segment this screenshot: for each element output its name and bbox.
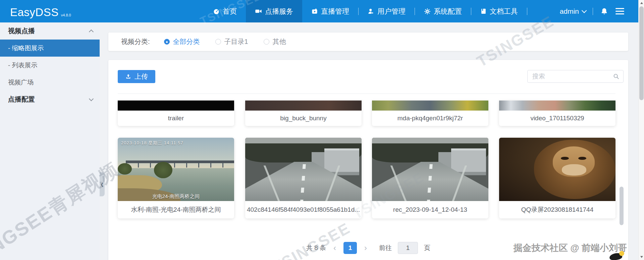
pagination-prev-arrow[interactable]: ‹ bbox=[332, 244, 337, 252]
radio-all-categories[interactable]: 全部分类 bbox=[164, 37, 200, 46]
nav-item-live[interactable]: 直播管理 bbox=[302, 0, 358, 22]
video-title: rec_2023-09-14_12-04-13 bbox=[372, 201, 488, 218]
video-thumbnail bbox=[499, 138, 615, 201]
search-box bbox=[527, 70, 624, 83]
video-thumbnail bbox=[245, 138, 362, 201]
sidebar-item-label: - 列表展示 bbox=[8, 61, 38, 70]
app-name: EasyDSS bbox=[10, 7, 59, 18]
app-window: EasyDSS v4.8.0 首页 点播服务 直播管理 bbox=[0, 0, 638, 260]
video-title: 水利-南照-光电24-南照两桥之间 bbox=[118, 201, 234, 218]
sidebar-group-vod-config[interactable]: 点播配置 bbox=[0, 91, 100, 108]
video-card-river-bridge[interactable]: 2023-10-18 星期三 14:11:57 光电24-南照两桥之间 水利-南… bbox=[118, 138, 234, 218]
nav-item-home[interactable]: 首页 bbox=[204, 0, 246, 22]
nav-item-vod[interactable]: 点播服务 bbox=[246, 0, 302, 22]
chevron-down-icon bbox=[89, 96, 94, 101]
user-icon bbox=[368, 8, 374, 15]
video-card-street-1[interactable]: 402c84146f584f4093e01f8055a61b1d... bbox=[245, 138, 362, 218]
pagination-next-arrow[interactable]: › bbox=[363, 244, 368, 252]
sidebar-item-label: - 缩略图展示 bbox=[8, 44, 44, 53]
video-list-panel: 上传 trailer big_buck_bunny mda-pkq4gen0 bbox=[108, 60, 628, 260]
chevron-down-icon bbox=[582, 8, 587, 13]
video-card-qq-record[interactable]: QQ录屏20230818141744 bbox=[499, 138, 615, 218]
nav-label: 用户管理 bbox=[377, 7, 406, 16]
radio-selected-icon bbox=[164, 39, 170, 45]
video-title: big_buck_bunny bbox=[245, 111, 362, 126]
nav-label: 点播服务 bbox=[265, 7, 293, 16]
sidebar-group-vod[interactable]: 视频点播 bbox=[0, 22, 100, 40]
upload-icon bbox=[125, 73, 131, 80]
app-version: v4.8.0 bbox=[61, 13, 71, 17]
gear-icon bbox=[424, 8, 431, 15]
search-icon[interactable] bbox=[612, 73, 620, 80]
video-title: 402c84146f584f4093e01f8055a61b1d... bbox=[245, 201, 362, 218]
sidebar-item-video-square[interactable]: 视频广场 bbox=[0, 74, 100, 91]
category-filter-bar: 视频分类: 全部分类 子目录1 其他 bbox=[108, 32, 628, 51]
username: admin bbox=[560, 7, 579, 15]
vod-camera-icon bbox=[255, 8, 262, 15]
video-title: mda-pkq4gen01r9kj72r bbox=[372, 111, 488, 126]
sidebar: 视频点播 - 缩略图展示 - 列表展示 视频广场 点播配置 bbox=[0, 22, 100, 260]
nav-right-cluster: admin bbox=[560, 0, 624, 22]
divider bbox=[118, 93, 615, 94]
nav-label: 文档工具 bbox=[490, 7, 518, 16]
app-logo[interactable]: EasyDSS v4.8.0 bbox=[10, 0, 71, 22]
hamburger-menu-icon[interactable] bbox=[615, 8, 624, 14]
thumbnail-camera-overlay: 光电24-南照两桥之间 bbox=[118, 193, 234, 200]
video-title: trailer bbox=[118, 111, 234, 126]
pagination-goto-label: 前往 bbox=[379, 244, 392, 252]
sidebar-item-label: 视频广场 bbox=[8, 78, 34, 87]
video-title: QQ录屏20230818141744 bbox=[499, 201, 615, 218]
inner-scrollbar-thumb[interactable] bbox=[620, 187, 624, 225]
nav-separator bbox=[527, 8, 527, 15]
sidebar-group-label: 视频点播 bbox=[8, 26, 35, 36]
pagination-page-unit: 页 bbox=[424, 244, 430, 252]
chevron-up-icon bbox=[89, 29, 94, 34]
video-card-street-2[interactable]: rec_2023-09-14_12-04-13 bbox=[372, 138, 488, 218]
scrollbar-down-button[interactable] bbox=[639, 254, 644, 260]
video-thumbnail bbox=[118, 101, 234, 111]
top-navbar: EasyDSS v4.8.0 首页 点播服务 直播管理 bbox=[0, 0, 638, 22]
nav-item-users[interactable]: 用户管理 bbox=[359, 0, 415, 22]
sidebar-collapse-handle[interactable]: ❮ bbox=[100, 172, 105, 196]
video-thumbnail bbox=[245, 101, 362, 111]
filter-label: 视频分类: bbox=[121, 37, 150, 46]
nav-label: 系统配置 bbox=[434, 7, 462, 16]
nav-separator bbox=[593, 8, 593, 15]
scrollbar-thumb[interactable] bbox=[639, 6, 644, 100]
radio-other[interactable]: 其他 bbox=[264, 37, 286, 46]
nav-label: 首页 bbox=[223, 7, 237, 16]
pagination-goto-input[interactable] bbox=[398, 242, 418, 254]
thumbnail-timestamp-overlay: 2023-10-18 星期三 14:11:57 bbox=[121, 140, 183, 146]
main-nav: 首页 点播服务 直播管理 用户管理 bbox=[204, 0, 527, 22]
radio-subdir1[interactable]: 子目录1 bbox=[215, 37, 248, 46]
video-card-big-buck-bunny[interactable]: big_buck_bunny bbox=[245, 101, 362, 126]
video-title: video_1701150329 bbox=[499, 111, 615, 126]
sidebar-item-thumbnail-view[interactable]: - 缩略图展示 bbox=[0, 40, 100, 57]
browser-scrollbar[interactable] bbox=[638, 0, 644, 260]
video-card-mda[interactable]: mda-pkq4gen01r9kj72r bbox=[372, 101, 488, 126]
nav-item-system[interactable]: 系统配置 bbox=[415, 0, 471, 22]
main-content: 视频分类: 全部分类 子目录1 其他 上传 bbox=[100, 22, 638, 260]
sidebar-item-list-view[interactable]: - 列表展示 bbox=[0, 57, 100, 74]
pagination-total: 共 8 条 bbox=[306, 244, 326, 252]
video-card-video-1701150329[interactable]: video_1701150329 bbox=[499, 101, 615, 126]
pagination: 共 8 条 ‹ 1 › 前往 页 bbox=[108, 242, 628, 254]
video-thumbnail bbox=[372, 101, 488, 111]
video-thumbnail: 2023-10-18 星期三 14:11:57 光电24-南照两桥之间 bbox=[118, 138, 234, 201]
nav-item-docs[interactable]: 文档工具 bbox=[471, 0, 527, 22]
triangle-down-icon bbox=[640, 256, 643, 258]
video-thumbnail bbox=[372, 138, 488, 201]
video-thumbnail bbox=[499, 101, 615, 111]
document-icon bbox=[480, 8, 487, 14]
sidebar-group-label: 点播配置 bbox=[8, 95, 35, 104]
pagination-page-1[interactable]: 1 bbox=[343, 242, 357, 254]
search-input[interactable] bbox=[527, 70, 624, 83]
dashboard-icon bbox=[213, 8, 220, 15]
bell-icon[interactable] bbox=[600, 7, 608, 15]
user-menu[interactable]: admin bbox=[560, 7, 585, 15]
scrollbar-up-button[interactable] bbox=[639, 0, 644, 6]
radio-unselected-icon bbox=[215, 39, 221, 45]
video-card-trailer[interactable]: trailer bbox=[118, 101, 234, 126]
upload-button[interactable]: 上传 bbox=[118, 70, 155, 83]
live-tv-icon bbox=[311, 8, 318, 15]
